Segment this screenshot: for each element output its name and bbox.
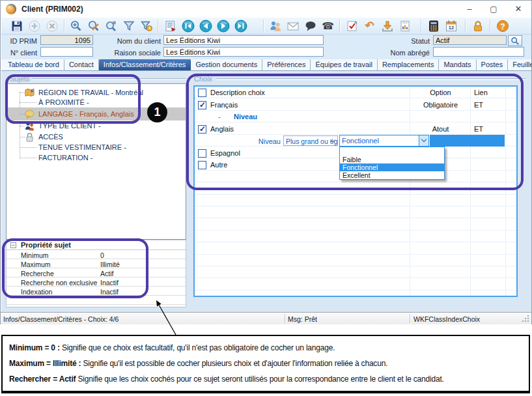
calculator-icon[interactable] [425, 18, 442, 34]
statut-field[interactable]: Actif [433, 35, 507, 45]
cancel-icon[interactable] [43, 18, 61, 34]
calendar-icon[interactable]: 12 [442, 18, 460, 34]
nom-abrege-field[interactable] [433, 47, 524, 57]
nom-abrege-label: Nom abrégé [384, 49, 430, 57]
svg-text:12: 12 [448, 25, 453, 31]
tree-item-tenue-vestimentaire[interactable]: TENUE VESTIMENTAIRE - [7, 142, 186, 153]
status-message: Msg: Prêt [288, 315, 317, 323]
autre-checkbox[interactable] [198, 161, 206, 169]
francais-label: Français [210, 101, 238, 109]
option-column-header: Option [411, 89, 470, 96]
tab-feuilles-de-temps[interactable]: Feuilles de temps [508, 59, 532, 70]
propriete-sujet-header[interactable]: Propriété sujet [7, 240, 186, 250]
app-icon [6, 4, 16, 14]
prop-row-recherche: RechercheActif [7, 269, 186, 277]
francais-lien: ET [474, 101, 483, 109]
screenshot-root: Client (PRIM002) [0, 0, 532, 396]
francais-option: Obligatoire [411, 101, 470, 109]
filter-icon[interactable] [120, 18, 137, 34]
close-button[interactable] [509, 3, 528, 15]
tab-preferences[interactable]: Préférences [262, 59, 311, 70]
contacts-icon[interactable] [266, 18, 284, 34]
people-icon [24, 120, 35, 132]
niveau-combo-label: Niveau [249, 137, 281, 145]
dropdown-option-fonctionnel[interactable]: Fonctionnel [340, 163, 444, 171]
svg-text:?: ? [500, 22, 505, 31]
statut-search-button[interactable] [508, 35, 522, 46]
nav-first-icon[interactable] [179, 18, 197, 34]
save-icon[interactable] [8, 18, 25, 34]
help-icon[interactable]: ? [494, 18, 511, 34]
anglais-checkbox[interactable] [198, 125, 206, 134]
tab-infos-classement-criteres[interactable]: Infos/Classement/Critères [99, 59, 191, 70]
status-bar: Infos/Classement/Critères - Choix: 4/6 M… [1, 312, 531, 324]
undo-icon[interactable]: ↶ [361, 18, 378, 34]
tab-tableau-de-bord[interactable]: Tableau de bord [3, 59, 64, 70]
lock-icon[interactable] [469, 18, 486, 34]
dropdown-option-empty[interactable] [340, 147, 444, 156]
resize-grip-icon[interactable] [522, 315, 530, 323]
tab-remplacements[interactable]: Remplacements [378, 59, 439, 70]
choix-group-label: Choix [194, 75, 212, 83]
prop-row-empty [7, 296, 186, 305]
choix-group-line [216, 78, 526, 79]
tab-postes[interactable]: Postes [477, 59, 509, 70]
anglais-label: Anglais [210, 125, 234, 133]
anglais-lien: ET [474, 125, 483, 133]
no-client-field[interactable] [40, 47, 93, 57]
phone-icon[interactable]: ☎ [319, 18, 337, 34]
espagnol-checkbox[interactable] [198, 149, 206, 158]
niveau-value-combobox[interactable]: Fonctionnel [339, 135, 429, 147]
filter-pending-icon[interactable] [137, 18, 155, 34]
speech-bubble-icon [24, 109, 35, 120]
search-remove-icon[interactable] [102, 18, 120, 34]
raison-sociale-field[interactable]: Les Éditions Kiwi [163, 47, 324, 57]
note-line-minimum: Minimum = 0 : Signifie que ce choix est … [9, 343, 522, 352]
niveau-sub-label[interactable]: Niveau [234, 113, 257, 120]
zoom-search-icon[interactable] [67, 18, 85, 34]
nom-du-client-field[interactable]: Les Éditions Kiwi [163, 35, 324, 45]
tab-gestion-documents[interactable]: Gestion documents [191, 59, 262, 70]
status-left: Infos/Classement/Critères - Choix: 4/6 [3, 315, 119, 323]
nav-previous-icon[interactable] [197, 18, 214, 34]
autre-label: Autre [210, 161, 227, 169]
title-bar: Client (PRIM002) [1, 1, 531, 18]
note-line-rechercher: Rechercher = Actif Signifie que les choi… [9, 375, 522, 384]
prop-row-minimum: Minimum0 [7, 251, 186, 259]
search-edit-icon[interactable] [85, 18, 102, 34]
add-icon[interactable] [25, 18, 43, 34]
report-icon[interactable] [396, 18, 413, 34]
dropdown-option-faible[interactable]: Faible [340, 156, 444, 163]
niveau-operator-combobox[interactable]: Plus grand ou éga [283, 135, 338, 146]
padlock-icon [24, 132, 35, 143]
propriete-sujet-title: Propriété sujet [21, 241, 71, 249]
statut-label: Statut [384, 37, 430, 45]
niveau-dropdown-list: Faible Fonctionnel Excellent [339, 147, 445, 180]
tree-item-acces[interactable]: ACCÈS [7, 132, 186, 143]
tab-equipes-de-travail[interactable]: Équipes de travail [311, 59, 377, 70]
tab-contact[interactable]: Contact [64, 59, 99, 70]
chat-icon[interactable] [301, 18, 319, 34]
prop-row-recherche-non-exclusive: Recherche non exclusiveInactif [7, 278, 186, 287]
download-icon[interactable] [378, 18, 396, 34]
tab-mandats[interactable]: Mandats [439, 59, 476, 70]
explanation-note-box: Minimum = 0 : Signifie que ce choix est … [1, 335, 530, 393]
maximize-button[interactable] [484, 3, 503, 15]
record-details-icon[interactable] [161, 18, 179, 34]
francais-checkbox[interactable] [198, 101, 206, 109]
collapse-icon[interactable] [10, 242, 16, 248]
no-client-label: N° client [1, 49, 37, 57]
tree-item-facturation[interactable]: FACTURATION - [7, 152, 186, 163]
description-choix-checkbox[interactable] [198, 89, 206, 97]
prop-row-maximum: MaximumIllimité [7, 260, 186, 268]
description-choix-header: Description choix [210, 89, 265, 96]
minimize-button[interactable] [460, 3, 479, 15]
dropdown-option-excellent[interactable]: Excellent [340, 171, 444, 179]
combo-dropdown-button[interactable] [419, 135, 428, 146]
id-prim-field[interactable]: 1095 [40, 35, 93, 45]
tasks-icon[interactable] [343, 18, 361, 34]
mail-icon[interactable] [284, 18, 301, 34]
nav-last-icon[interactable] [232, 18, 249, 34]
app-window: Client (PRIM002) [0, 0, 532, 324]
nav-next-icon[interactable] [214, 18, 232, 34]
